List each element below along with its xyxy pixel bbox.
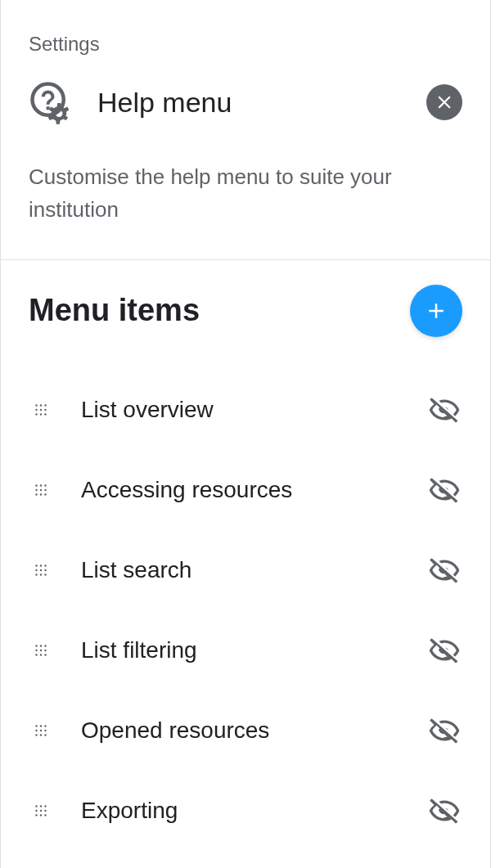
svg-point-32 [40,649,42,650]
svg-point-18 [44,493,46,495]
drag-handle-icon[interactable] [29,558,53,582]
svg-point-34 [35,654,37,655]
close-button[interactable] [426,84,462,120]
svg-point-37 [35,725,37,726]
item-label: List filtering [81,637,426,663]
svg-point-39 [44,725,46,726]
svg-point-9 [44,413,46,415]
svg-point-26 [40,573,42,575]
svg-point-45 [44,734,46,735]
svg-point-52 [35,814,37,816]
svg-point-14 [40,488,42,490]
title-row: Help menu [29,80,462,124]
items-list: List overview Accessing resources [29,370,462,851]
help-settings-icon [29,80,73,124]
item-label: Exporting [81,798,426,824]
page-title: Help menu [97,87,426,119]
svg-point-16 [35,493,37,495]
drag-handle-icon[interactable] [29,398,53,422]
svg-point-48 [44,805,46,807]
list-item: List filtering [29,610,462,690]
drag-handle-icon[interactable] [29,638,53,663]
section-title: Menu items [29,293,200,328]
svg-point-25 [35,573,37,575]
list-item: List search [29,530,462,610]
svg-point-5 [40,408,42,410]
svg-point-53 [40,814,42,816]
item-label: Accessing resources [81,477,426,503]
breadcrumb: Settings [29,33,462,56]
menu-items-section: Menu items List overview [1,260,490,851]
drag-handle-icon[interactable] [29,718,53,743]
svg-point-13 [35,488,37,490]
svg-point-38 [40,725,42,726]
svg-point-15 [44,488,46,490]
visibility-off-icon[interactable] [426,713,462,749]
drag-handle-icon[interactable] [29,798,53,823]
svg-point-2 [40,404,42,406]
svg-point-4 [35,408,37,410]
svg-point-36 [44,654,46,655]
svg-point-47 [40,805,42,807]
svg-point-40 [35,729,37,731]
svg-point-11 [40,484,42,486]
list-item: Opened resources [29,690,462,771]
svg-point-42 [44,729,46,731]
svg-point-22 [35,569,37,570]
settings-header: Settings Help menu Customise the help me… [1,0,490,260]
svg-point-10 [35,484,37,486]
svg-point-24 [44,569,46,570]
svg-point-43 [35,734,37,735]
svg-point-31 [35,649,37,650]
svg-point-35 [40,654,42,655]
svg-point-28 [35,645,37,646]
svg-point-17 [40,493,42,495]
svg-point-49 [35,809,37,811]
svg-point-29 [40,645,42,646]
svg-point-3 [44,404,46,406]
svg-point-0 [33,84,64,115]
svg-point-1 [35,404,37,406]
svg-point-23 [40,569,42,570]
svg-point-12 [44,484,46,486]
visibility-off-icon[interactable] [426,392,462,428]
section-header: Menu items [29,285,462,337]
svg-point-20 [40,564,42,566]
svg-point-41 [40,729,42,731]
svg-point-51 [44,809,46,811]
svg-point-30 [44,645,46,646]
add-item-button[interactable] [410,285,462,337]
svg-point-54 [44,814,46,816]
list-item: Exporting [29,771,462,851]
svg-point-8 [40,413,42,415]
list-item: List overview [29,370,462,450]
visibility-off-icon[interactable] [426,793,462,829]
list-item: Accessing resources [29,450,462,530]
item-label: List search [81,557,426,583]
item-label: List overview [81,397,426,423]
page-description: Customise the help menu to suite your in… [29,160,462,227]
svg-point-19 [35,564,37,566]
visibility-off-icon[interactable] [426,552,462,588]
svg-point-33 [44,649,46,650]
visibility-off-icon[interactable] [426,472,462,508]
svg-point-50 [40,809,42,811]
svg-point-46 [35,805,37,807]
svg-point-7 [35,413,37,415]
visibility-off-icon[interactable] [426,632,462,668]
svg-point-21 [44,564,46,566]
svg-point-44 [40,734,42,735]
drag-handle-icon[interactable] [29,478,53,502]
svg-point-27 [44,573,46,575]
item-label: Opened resources [81,717,426,744]
svg-point-6 [44,408,46,410]
